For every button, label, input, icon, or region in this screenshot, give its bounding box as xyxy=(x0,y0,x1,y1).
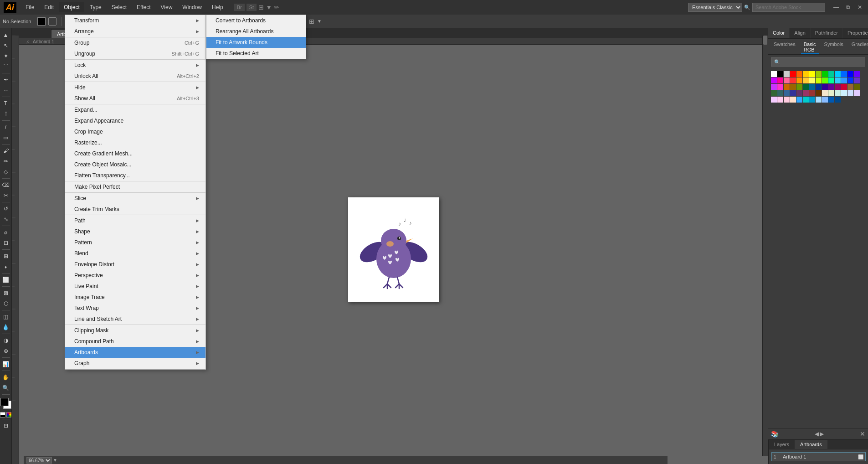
none-color[interactable] xyxy=(0,412,5,418)
swatch-16[interactable] xyxy=(784,77,790,83)
menu-image-trace[interactable]: Image Trace xyxy=(65,292,205,303)
swatch-7[interactable] xyxy=(816,71,822,77)
swatch-64[interactable] xyxy=(822,97,828,103)
menu-type[interactable]: Type xyxy=(85,2,106,12)
bp-tab-layers[interactable]: Layers xyxy=(769,440,795,449)
swatch-42[interactable] xyxy=(771,90,777,96)
swatch-58[interactable] xyxy=(784,97,790,103)
submenu-fit-selected-art[interactable]: Fit to Selected Art xyxy=(206,48,306,59)
warp-tool[interactable]: ⌀ xyxy=(1,227,11,237)
menu-ungroup[interactable]: Ungroup Shift+Ctrl+G xyxy=(65,48,205,59)
menu-group[interactable]: Group Ctrl+G xyxy=(65,37,205,48)
menu-create-trim-marks[interactable]: Create Trim Marks xyxy=(65,204,205,215)
bridge-link[interactable]: Br xyxy=(234,4,245,11)
swatch-35[interactable] xyxy=(816,84,822,90)
swatch-24[interactable] xyxy=(835,77,841,83)
panel-subtab-symbols[interactable]: Symbols xyxy=(822,41,846,54)
swatch-38[interactable] xyxy=(835,84,841,90)
swatch-43[interactable] xyxy=(777,90,783,96)
submenu-fit-artwork-bounds[interactable]: Fit to Artwork Bounds xyxy=(206,37,306,48)
pencil-tool[interactable]: ✏ xyxy=(1,156,11,166)
menu-edit[interactable]: Edit xyxy=(40,2,58,12)
menu-expand[interactable]: Expand... xyxy=(65,104,205,115)
swatch-28[interactable] xyxy=(771,84,777,90)
essentials-dropdown[interactable]: Essentials Classic xyxy=(688,3,742,12)
stroke-color-box[interactable] xyxy=(37,17,46,26)
rect-tool[interactable]: ▭ xyxy=(1,133,11,143)
free-transform-tool[interactable]: ⊡ xyxy=(1,238,11,248)
panel-tab-properties[interactable]: Properties xyxy=(843,28,868,38)
swatch-11[interactable] xyxy=(841,71,847,77)
menu-create-object-mosaic[interactable]: Create Object Mosaic... xyxy=(65,159,205,170)
swatch-46[interactable] xyxy=(796,90,802,96)
swatch-57[interactable] xyxy=(777,97,783,103)
menu-path[interactable]: Path xyxy=(65,215,205,226)
panel-subtab-swatches[interactable]: Swatches xyxy=(771,41,798,54)
swatch-66[interactable] xyxy=(835,97,841,103)
swatch-65[interactable] xyxy=(828,97,834,103)
zoom-dropdown[interactable]: 66.67% xyxy=(26,457,52,464)
arrange-icon[interactable]: ▼ xyxy=(266,4,272,11)
swatch-53[interactable] xyxy=(841,90,847,96)
swatch-47[interactable] xyxy=(803,90,809,96)
close-button[interactable]: ✕ xyxy=(855,3,864,12)
symbol-sprayer-tool[interactable]: ⊕ xyxy=(1,346,11,356)
color-search-input[interactable] xyxy=(771,57,865,67)
column-graph-tool[interactable]: 📊 xyxy=(1,359,11,369)
search-stock-input[interactable] xyxy=(752,3,825,12)
menu-arrange[interactable]: Arrange xyxy=(65,26,205,37)
swatch-21[interactable] xyxy=(816,77,822,83)
direct-select-tool[interactable]: ↖ xyxy=(1,41,11,51)
swatch-49[interactable] xyxy=(816,90,822,96)
swatch-9[interactable] xyxy=(828,71,834,77)
eraser-tool[interactable]: ⌫ xyxy=(1,180,11,190)
menu-object[interactable]: Object xyxy=(59,2,84,12)
artboard-list-item[interactable]: 1 Artboard 1 ⬜ xyxy=(771,452,866,461)
swatch-39[interactable] xyxy=(841,84,847,90)
menu-artboards[interactable]: Artboards xyxy=(65,347,205,358)
menu-pattern[interactable]: Pattern xyxy=(65,237,205,248)
swatch-41[interactable] xyxy=(854,84,860,90)
swatch-36[interactable] xyxy=(822,84,828,90)
menu-pixel-perfect[interactable]: Make Pixel Perfect xyxy=(65,181,205,192)
zoom-tool[interactable]: 🔍 xyxy=(1,383,11,393)
foreground-color[interactable] xyxy=(0,398,9,406)
swatch-50[interactable] xyxy=(822,90,828,96)
swatch-27[interactable] xyxy=(854,77,860,83)
swatch-44[interactable] xyxy=(784,90,790,96)
line-tool[interactable]: / xyxy=(1,122,11,132)
curvature-tool[interactable]: ⌣ xyxy=(1,85,11,95)
eyedropper-tool[interactable]: 💧 xyxy=(1,322,11,332)
menu-slice[interactable]: Slice xyxy=(65,193,205,204)
live-paint-tool[interactable]: ⬧ xyxy=(1,262,11,272)
swatch-13[interactable] xyxy=(854,71,860,77)
swatch-30[interactable] xyxy=(784,84,790,90)
minimize-button[interactable]: — xyxy=(832,3,841,12)
swatch-10[interactable] xyxy=(835,71,841,77)
rotate-tool[interactable]: ↺ xyxy=(1,204,11,214)
panel-next-icon[interactable]: ▶ xyxy=(820,431,824,437)
menu-compound-path[interactable]: Compound Path xyxy=(65,336,205,347)
arrange-docs-dropdown[interactable]: ▼ xyxy=(317,19,322,24)
swatch-8[interactable] xyxy=(822,71,828,77)
panel-prev-icon[interactable]: ◀ xyxy=(815,431,819,437)
menu-blend[interactable]: Blend xyxy=(65,248,205,259)
menu-window[interactable]: Window xyxy=(178,2,206,12)
mesh-tool[interactable]: ⬡ xyxy=(1,299,11,309)
swatch-29[interactable] xyxy=(777,84,783,90)
swatch-55[interactable] xyxy=(854,90,860,96)
panel-subtab-basicrgb[interactable]: Basic RGB xyxy=(801,41,819,54)
menu-view[interactable]: View xyxy=(156,2,177,12)
swatch-51[interactable] xyxy=(828,90,834,96)
select-tool[interactable]: ▲ xyxy=(1,30,11,40)
shaper-tool[interactable]: ◇ xyxy=(1,167,11,177)
submenu-convert-artboards[interactable]: Convert to Artboards xyxy=(206,15,306,26)
perspective-grid-tool[interactable]: ⊠ xyxy=(1,288,11,298)
swatch-23[interactable] xyxy=(828,77,834,83)
swatch-14[interactable] xyxy=(771,77,777,83)
swatch-12[interactable] xyxy=(847,71,853,77)
swatch-61[interactable] xyxy=(803,97,809,103)
menu-perspective[interactable]: Perspective xyxy=(65,270,205,281)
swatch-0[interactable] xyxy=(771,71,777,77)
menu-crop-image[interactable]: Crop Image xyxy=(65,126,205,137)
